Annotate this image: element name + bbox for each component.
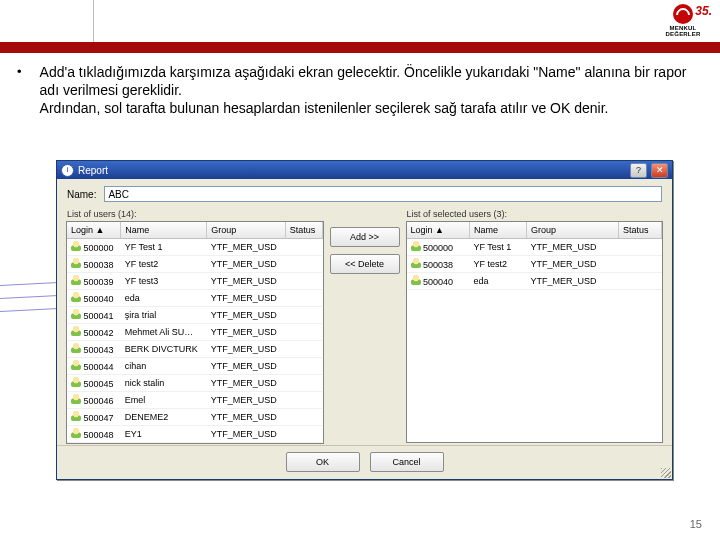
cell: YTF_MER_USD	[207, 290, 286, 307]
cell: YTF_MER_USD	[207, 358, 286, 375]
cell: şira trial	[121, 307, 207, 324]
cell	[285, 307, 322, 324]
cell: 500040	[407, 273, 470, 290]
bullet-dot: •	[17, 63, 22, 117]
cell: eda	[121, 290, 207, 307]
cell: 500048	[67, 426, 121, 443]
cell: 500040	[67, 290, 121, 307]
user-icon	[71, 343, 81, 353]
delete-button[interactable]: << Delete	[330, 254, 400, 274]
user-icon	[71, 428, 81, 438]
user-icon	[411, 258, 421, 268]
cell: eda	[469, 273, 526, 290]
cell	[285, 256, 322, 273]
cell: nick stalin	[121, 375, 207, 392]
ok-button[interactable]: OK	[286, 452, 360, 472]
column-header[interactable]: Name	[121, 222, 207, 239]
table-row[interactable]: 500040edaYTF_MER_USD	[67, 290, 322, 307]
table-row[interactable]: 500042Mehmet Ali SU…YTF_MER_USD	[67, 324, 322, 341]
cell: YTF_MER_USD	[207, 324, 286, 341]
user-icon	[71, 258, 81, 268]
table-row[interactable]: 500043BERK DIVCTURKYTF_MER_USD	[67, 341, 322, 358]
dialog-footer: OK Cancel	[57, 445, 672, 479]
close-button[interactable]: ✕	[651, 163, 668, 178]
window-title: Report	[78, 165, 108, 176]
selected-users-table[interactable]: Login ▲NameGroupStatus 500000YF Test 1YT…	[407, 222, 663, 442]
cell: 500044	[67, 358, 121, 375]
table-row[interactable]: 500045nick stalinYTF_MER_USD	[67, 375, 322, 392]
user-icon	[71, 309, 81, 319]
cell: Mehmet Ali SU…	[121, 324, 207, 341]
cell: YTF_MER_USD	[526, 273, 618, 290]
help-button[interactable]: ?	[630, 163, 647, 178]
table-row[interactable]: 500048EY1YTF_MER_USD	[67, 426, 322, 443]
cell	[285, 341, 322, 358]
cell: 500046	[67, 392, 121, 409]
cancel-button[interactable]: Cancel	[370, 452, 444, 472]
column-header[interactable]: Group	[526, 222, 618, 239]
cell: 500043	[67, 341, 121, 358]
cell: 500000	[407, 239, 470, 256]
cell	[285, 409, 322, 426]
table-row[interactable]: 500044cihanYTF_MER_USD	[67, 358, 322, 375]
slide-bullet: • Add'a tıkladığımızda karşımıza aşağıda…	[17, 63, 697, 117]
cell: YF Test 1	[469, 239, 526, 256]
cell	[619, 239, 662, 256]
user-icon	[71, 241, 81, 251]
table-row[interactable]: 500046EmelYTF_MER_USD	[67, 392, 322, 409]
cell: YTF_MER_USD	[207, 426, 286, 443]
table-row[interactable]: 500000YF Test 1YTF_MER_USD	[67, 239, 322, 256]
cell: YTF_MER_USD	[207, 273, 286, 290]
cell: YTF_MER_USD	[207, 341, 286, 358]
column-header[interactable]: Login ▲	[407, 222, 470, 239]
add-button[interactable]: Add >>	[330, 227, 400, 247]
cell	[285, 273, 322, 290]
cell: YTF_MER_USD	[526, 256, 618, 273]
titlebar[interactable]: i Report ? ✕	[57, 161, 672, 179]
table-row[interactable]: 500039YF test3YTF_MER_USD	[67, 273, 322, 290]
users-list[interactable]: Login ▲NameGroupStatus 500000YF Test 1YT…	[66, 221, 324, 444]
name-input[interactable]	[104, 186, 662, 202]
cell	[285, 426, 322, 443]
table-row[interactable]: 500040edaYTF_MER_USD	[407, 273, 662, 290]
user-icon	[71, 360, 81, 370]
resize-grip[interactable]	[661, 468, 671, 478]
column-header[interactable]: Login ▲	[67, 222, 121, 239]
cell: 500000	[67, 239, 121, 256]
column-header[interactable]: Name	[469, 222, 526, 239]
cell: 500038	[407, 256, 470, 273]
cell: YTF_MER_USD	[207, 409, 286, 426]
table-row[interactable]: 500047DENEME2YTF_MER_USD	[67, 409, 322, 426]
logo-mark-icon	[673, 4, 693, 24]
cell: BERK DIVCTURK	[121, 341, 207, 358]
cell: 500038	[67, 256, 121, 273]
column-header[interactable]: Group	[207, 222, 286, 239]
cell: EY1	[121, 426, 207, 443]
brand-logo: 35. MENKUL DEĞERLER	[654, 4, 712, 40]
table-row[interactable]: 500041şira trialYTF_MER_USD	[67, 307, 322, 324]
cell	[619, 256, 662, 273]
cell: YF test3	[121, 273, 207, 290]
user-icon	[71, 377, 81, 387]
name-row: Name:	[57, 179, 672, 206]
table-row[interactable]: 500000YF Test 1YTF_MER_USD	[407, 239, 662, 256]
users-table[interactable]: Login ▲NameGroupStatus 500000YF Test 1YT…	[67, 222, 323, 443]
cell: 500047	[67, 409, 121, 426]
column-header[interactable]: Status	[619, 222, 662, 239]
transfer-buttons: Add >> << Delete	[330, 209, 400, 443]
table-row[interactable]: 500038YF test2YTF_MER_USD	[67, 256, 322, 273]
header-red-bar	[0, 42, 720, 53]
cell: YF test2	[469, 256, 526, 273]
table-row[interactable]: 500038YF test2YTF_MER_USD	[407, 256, 662, 273]
cell: YF test2	[121, 256, 207, 273]
right-list-caption: List of selected users (3):	[406, 209, 664, 221]
cell	[285, 290, 322, 307]
cell	[285, 324, 322, 341]
user-icon	[71, 275, 81, 285]
cell: YTF_MER_USD	[207, 307, 286, 324]
selected-users-list[interactable]: Login ▲NameGroupStatus 500000YF Test 1YT…	[406, 221, 664, 443]
cell: YTF_MER_USD	[207, 239, 286, 256]
cell	[285, 358, 322, 375]
cell: 500045	[67, 375, 121, 392]
column-header[interactable]: Status	[285, 222, 322, 239]
